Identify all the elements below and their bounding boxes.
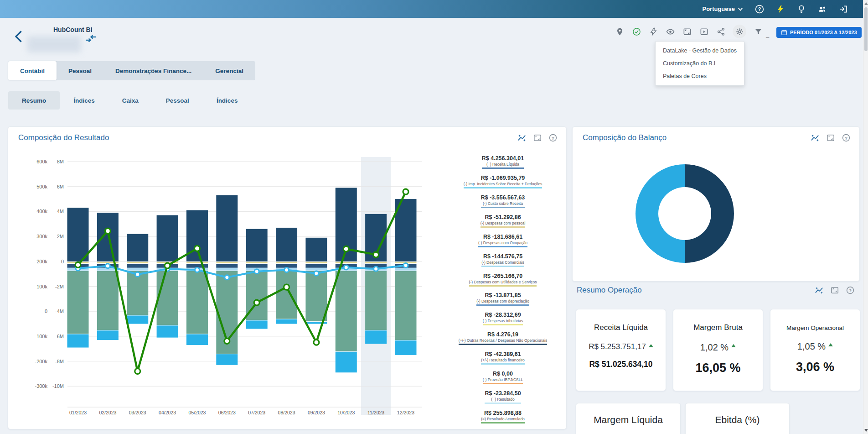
breakdown-value: R$ 0,00 [483, 371, 523, 377]
breakdown-value: R$ -28.312,69 [483, 312, 523, 318]
page-scrollbar[interactable] [863, 0, 868, 434]
svg-text:06/2023: 06/2023 [218, 410, 236, 415]
tab-pessoal[interactable]: Pessoal [57, 61, 103, 80]
breakdown-label: (-) Custo sobre Receita [481, 201, 525, 206]
breakdown-value: R$ -13.871,85 [476, 292, 529, 298]
breakdown-item-despesas-com-ocupacao: R$ -181.686,61(-) Despesas com Ocupação [442, 234, 563, 247]
result-breakdown-list: R$ 4.256.304,01(=) Receita LíquidaR$ -1.… [442, 155, 563, 424]
bulb-icon[interactable] [796, 4, 806, 14]
scroll-down-arrow[interactable] [864, 429, 868, 432]
trend-up-icon [731, 344, 736, 347]
metric-card-margem-operacional: Margem Operacional1,05 %3,06 % [770, 309, 860, 391]
breakdown-item-custo-sobre-receita: R$ -3.556.567,63(-) Custo sobre Receita [442, 194, 563, 208]
play-box-icon[interactable] [699, 26, 709, 37]
main-tabs: ContábilPessoalDemonstrações Finance...G… [8, 61, 255, 80]
metric-sub-value: R$ 5.253.751,17 [589, 342, 653, 351]
svg-text:-10M: -10M [52, 383, 64, 389]
location-pin-icon[interactable] [615, 26, 625, 37]
operation-section-title: Resumo Operação [577, 286, 642, 295]
breakdown-value: R$ -1.069.935,79 [464, 175, 542, 181]
svg-text:08/2023: 08/2023 [278, 410, 295, 415]
eye-icon[interactable] [665, 26, 675, 37]
svg-text:02/2023: 02/2023 [99, 410, 116, 415]
period-button[interactable]: PERÍODO 01/2023 A 12/2023 [776, 27, 862, 38]
expand-screen-icon[interactable] [682, 26, 692, 37]
tab-demonstracoes-finance[interactable]: Demonstrações Finance... [103, 61, 203, 80]
help-circle-icon[interactable]: ? [842, 134, 850, 142]
result-card-title: Composição do Resultado [18, 133, 109, 142]
subtab-caixa-2[interactable]: Caixa [108, 91, 152, 110]
collapse-arrows-icon[interactable] [85, 33, 97, 45]
menu-item-paletas-de-cores[interactable]: Paletas de Cores [656, 70, 744, 83]
resize-icon[interactable] [831, 286, 839, 294]
breakdown-label: (-) Imp. Incidentes Sobre Receita + Dedu… [464, 182, 542, 186]
svg-text:-300k: -300k [35, 383, 47, 389]
menu-item-customizacao-do-b-i[interactable]: Customização do B.I [656, 57, 744, 70]
menu-item-datalake-gestao-de-dados[interactable]: DataLake - Gestão de Dados [656, 44, 744, 57]
breakdown-value: R$ -51.292,86 [480, 214, 526, 220]
svg-text:?: ? [849, 288, 852, 293]
help-icon[interactable]: ? [754, 4, 765, 14]
breakdown-label: (-) Despesas com Ocupação [478, 241, 527, 245]
breakdown-item-imp-incidentes-sobre-receita-deducoes: R$ -1.069.935,79(-) Imp. Incidentes Sobr… [442, 175, 563, 188]
svg-text:200k: 200k [36, 259, 47, 264]
magic-chart-icon[interactable] [518, 134, 526, 142]
metric-title: Margem Operacional [786, 324, 844, 331]
subtab-resumo-0[interactable]: Resumo [8, 91, 60, 110]
breakdown-item-despesas-com-pessoal: R$ -51.292,86(-) Despesas com pessoal [442, 214, 563, 228]
gear-icon[interactable] [733, 25, 746, 38]
svg-text:-100k: -100k [35, 334, 47, 339]
breakdown-label: (=) Resultado [485, 397, 521, 402]
language-selector[interactable]: Portuguese [702, 5, 744, 12]
breakdown-item-despesas-com-depreciacao: R$ -13.871,85(-) Despesas com depreciaçã… [442, 292, 563, 306]
breakdown-item-resultado: R$ -23.284,50(=) Resultado [442, 390, 563, 404]
breakdown-item-resultado-financeiro: R$ -42.389,61(+/-) Resultado financeiro [442, 351, 563, 365]
users-icon[interactable] [817, 4, 827, 14]
breakdown-value: R$ 4.256.304,01 [482, 155, 524, 162]
breakdown-value: R$ -144.576,75 [481, 253, 524, 260]
svg-text:6M: 6M [57, 184, 64, 189]
donut-hole [658, 187, 711, 240]
metric-card-margem-bruta: Margem Bruta1,02 %16,05 % [673, 309, 763, 391]
resize-icon[interactable] [827, 134, 835, 142]
svg-text:4M: 4M [57, 209, 64, 214]
subtab-indices-1[interactable]: Índices [60, 91, 108, 110]
metric-main-value: 3,06 % [796, 360, 834, 374]
back-button[interactable] [13, 30, 26, 44]
check-circle-icon[interactable] [631, 26, 641, 37]
breakdown-item-despesas-tributarias: R$ -28.312,69(-) Despesas tributárias [442, 312, 563, 325]
magic-chart-icon[interactable] [811, 134, 819, 142]
breakdown-label: (=) Receita Líquida [482, 162, 524, 167]
logout-icon[interactable] [838, 4, 848, 14]
bottom-card-title: Ebitda (%) [715, 414, 760, 434]
breakdown-item-despesas-comerciais: R$ -144.576,75(-) Despesas Comerciais [442, 253, 563, 267]
scroll-up-arrow[interactable] [864, 2, 868, 5]
share-icon[interactable] [716, 26, 726, 37]
subtab-indices-4[interactable]: Índices [203, 91, 252, 110]
help-circle-icon[interactable]: ? [846, 286, 854, 294]
tab-gerencial[interactable]: Gerencial [203, 61, 255, 80]
breakdown-label: (=) Resultado Acumulado [481, 417, 525, 421]
filter-icon[interactable] [753, 26, 763, 37]
subtab-pessoal-3[interactable]: Pessoal [152, 91, 203, 110]
bolt-icon[interactable] [775, 4, 785, 14]
magic-chart-icon[interactable] [815, 286, 823, 294]
tab-contabil[interactable]: Contábil [8, 61, 57, 80]
lightning-icon[interactable] [648, 26, 658, 37]
dashboard-toolbar: _ [615, 25, 769, 38]
breakdown-label: (-) Despesas com depreciação [476, 299, 529, 303]
period-label: PERÍODO 01/2023 A 12/2023 [790, 30, 857, 35]
operation-metric-cards: Receita LíquidaR$ 5.253.751,17R$ 51.025.… [576, 309, 860, 391]
svg-text:12/2023: 12/2023 [397, 410, 414, 415]
svg-text:01/2023: 01/2023 [69, 410, 87, 415]
metric-main-value: R$ 51.025.634,10 [589, 360, 652, 369]
metric-sub-value: 1,05 % [797, 341, 833, 352]
svg-text:-6M: -6M [55, 334, 64, 339]
bottom-card-ebitda: Ebitda (%) [685, 403, 790, 434]
help-circle-icon[interactable]: ? [549, 134, 557, 142]
resize-icon[interactable] [533, 134, 542, 142]
scrollbar-thumb[interactable] [864, 7, 868, 51]
breakdown-label: (-) Despesas Comerciais [481, 260, 524, 265]
breakdown-label: (-) Despesas com Utilidades e Serviços [469, 280, 537, 284]
breakdown-item-resultado-acumulado: R$ 255.898,88(=) Resultado Acumulado [442, 410, 563, 424]
